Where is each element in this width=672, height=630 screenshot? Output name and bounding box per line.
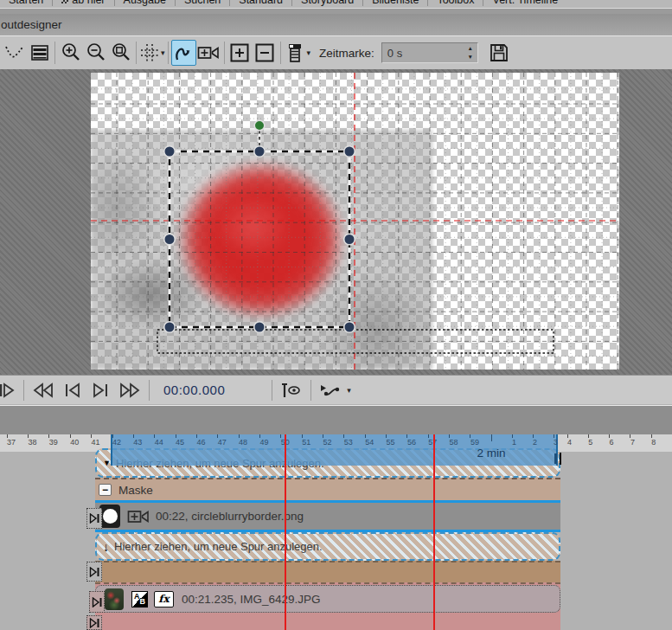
menu-item[interactable]: ab hier bbox=[53, 0, 113, 6]
grid-dropdown-caret[interactable]: ▾ bbox=[161, 48, 165, 57]
zeitmarke-value: 0 s bbox=[387, 47, 402, 60]
menu-item[interactable]: Standard bbox=[230, 0, 291, 6]
handle-top-left bbox=[164, 146, 176, 158]
object-list-caret[interactable]: ▾ bbox=[307, 48, 311, 57]
handle-mid-right bbox=[344, 234, 355, 245]
zoom-out-icon[interactable] bbox=[83, 40, 108, 66]
frame-forward-icon[interactable] bbox=[86, 377, 114, 403]
maske-label: Maske bbox=[118, 484, 153, 497]
camera-size-icon[interactable] bbox=[196, 40, 221, 66]
handle-bottom-center bbox=[254, 322, 266, 333]
next-section-icon[interactable] bbox=[114, 377, 145, 403]
fx-icon[interactable]: fx bbox=[154, 591, 174, 608]
clip-label: 00:22, circleblurryborder.png bbox=[156, 510, 304, 523]
panel-title-bar: outdesigner bbox=[0, 14, 672, 35]
menu-item-icon bbox=[61, 0, 68, 3]
transport-separator bbox=[149, 380, 150, 401]
toolbar-separator bbox=[280, 42, 281, 64]
playhead-line[interactable] bbox=[285, 434, 286, 630]
toolbar-separator bbox=[54, 42, 55, 64]
selection-rect-underlay bbox=[170, 151, 349, 327]
clip-label: 00:21.235, IMG_6429.JPG bbox=[182, 593, 321, 606]
range-end-marker bbox=[554, 453, 557, 464]
save-icon[interactable] bbox=[487, 40, 512, 66]
layers-icon[interactable] bbox=[27, 40, 52, 66]
menu-items[interactable]: Startenab hierAusgabeSuchenStandardStory… bbox=[0, 0, 672, 8]
canvas-surround bbox=[0, 69, 672, 375]
keyframe-dropdown-caret[interactable]: ▾ bbox=[347, 386, 351, 395]
track-drop-hint-2[interactable]: ↓ Hierher ziehen, um neue Spur anzulegen… bbox=[95, 532, 560, 561]
camera-size-icon bbox=[127, 508, 150, 525]
selection-rect bbox=[170, 151, 349, 327]
playhead-line[interactable] bbox=[433, 434, 435, 630]
zoom-object-icon[interactable] bbox=[108, 40, 133, 66]
frame-back-icon[interactable] bbox=[59, 377, 86, 403]
panel-title: outdesigner bbox=[1, 18, 62, 31]
handle-bottom-left bbox=[164, 322, 176, 333]
transport-separator bbox=[310, 380, 311, 401]
prev-section-icon[interactable] bbox=[28, 377, 59, 403]
track-keyframe-icon[interactable] bbox=[89, 591, 105, 613]
range-end-marker-2 bbox=[560, 453, 561, 465]
layout-canvas[interactable] bbox=[91, 73, 619, 370]
clip-circleblurryborder[interactable]: 00:22, circleblurryborder.png bbox=[95, 500, 560, 532]
clip-thumbnail bbox=[105, 588, 124, 610]
spin-up-icon[interactable]: ▲ bbox=[468, 46, 473, 52]
play-icon[interactable] bbox=[0, 377, 20, 403]
menu-item[interactable]: Starten bbox=[0, 0, 52, 6]
timecode-display: 00:00.000 bbox=[163, 382, 225, 397]
clip-thumbnail bbox=[99, 505, 120, 528]
toolbar-separator bbox=[224, 42, 225, 64]
canvas-overlay bbox=[91, 73, 619, 370]
title-strip bbox=[0, 8, 672, 14]
arrow-down-icon: ↓ bbox=[103, 540, 109, 554]
menu-item[interactable]: Storyboard bbox=[292, 0, 362, 6]
handle-top-center bbox=[254, 146, 266, 158]
toolbar-separator bbox=[168, 42, 169, 64]
menu-item[interactable]: Vert. Timeline bbox=[483, 0, 566, 6]
rotation-handle bbox=[254, 120, 265, 131]
zeitmarke-spinner[interactable]: ▲ ▼ bbox=[465, 44, 476, 61]
curve-mode-icon[interactable] bbox=[171, 40, 196, 66]
drop-hint-label: Hierher ziehen, um neue Spur anzulegen. bbox=[114, 540, 323, 553]
track-maske[interactable]: − Maske bbox=[95, 478, 560, 500]
menu-bar: Startenab hierAusgabeSuchenStandardStory… bbox=[0, 0, 672, 8]
keyframe-curve-icon[interactable] bbox=[315, 377, 346, 403]
add-icon[interactable] bbox=[227, 40, 253, 66]
triangle-down-icon: ▼ bbox=[103, 459, 111, 467]
transport-separator bbox=[272, 380, 272, 401]
remove-icon[interactable] bbox=[253, 40, 278, 66]
marker-visibility-icon[interactable] bbox=[276, 377, 307, 403]
transition-ab-icon[interactable]: AB bbox=[131, 591, 148, 608]
clip-img-6429[interactable]: AB fx 00:21.235, IMG_6429.JPG bbox=[95, 585, 560, 613]
handle-bottom-right bbox=[344, 322, 355, 333]
menu-item[interactable]: Suchen bbox=[176, 0, 229, 6]
snap-curve-icon[interactable] bbox=[2, 40, 27, 66]
layout-designer-toolbar: ▾ ▾ Zeitmarke: 0 s ▲ ▼ bbox=[0, 35, 672, 69]
handle-mid-left bbox=[164, 234, 176, 245]
zeitmarke-input[interactable]: 0 s ▲ ▼ bbox=[381, 42, 478, 63]
menu-item[interactable]: Ausgabe bbox=[115, 0, 175, 6]
video-editor-window: Startenab hierAusgabeSuchenStandardStory… bbox=[0, 0, 672, 630]
track-keyframe-icon[interactable] bbox=[86, 615, 102, 630]
menu-item[interactable]: Toolbox bbox=[428, 0, 483, 6]
ruler-major-tick bbox=[491, 434, 492, 441]
track-keyframe-icon[interactable] bbox=[86, 562, 102, 582]
collapse-icon[interactable]: − bbox=[99, 484, 112, 496]
menu-item[interactable]: Bilderliste bbox=[363, 0, 427, 6]
transport-bar: 00:00.000 ▾ bbox=[0, 375, 672, 404]
track-photo-2[interactable] bbox=[95, 614, 560, 630]
spin-down-icon[interactable]: ▼ bbox=[468, 55, 473, 61]
track-keyframe-icon[interactable] bbox=[86, 508, 102, 529]
toolbar-separator bbox=[136, 42, 137, 64]
object-list-icon[interactable] bbox=[284, 40, 306, 66]
grid-icon[interactable] bbox=[139, 40, 160, 66]
transport-separator bbox=[23, 380, 24, 401]
ruler-major-label: 2 min bbox=[457, 447, 526, 460]
zeitmarke-label: Zeitmarke: bbox=[319, 47, 374, 60]
handle-top-right bbox=[344, 146, 355, 158]
zoom-in-icon[interactable] bbox=[58, 40, 83, 66]
timeline-header-band bbox=[0, 405, 672, 434]
track-empty[interactable] bbox=[95, 561, 560, 582]
